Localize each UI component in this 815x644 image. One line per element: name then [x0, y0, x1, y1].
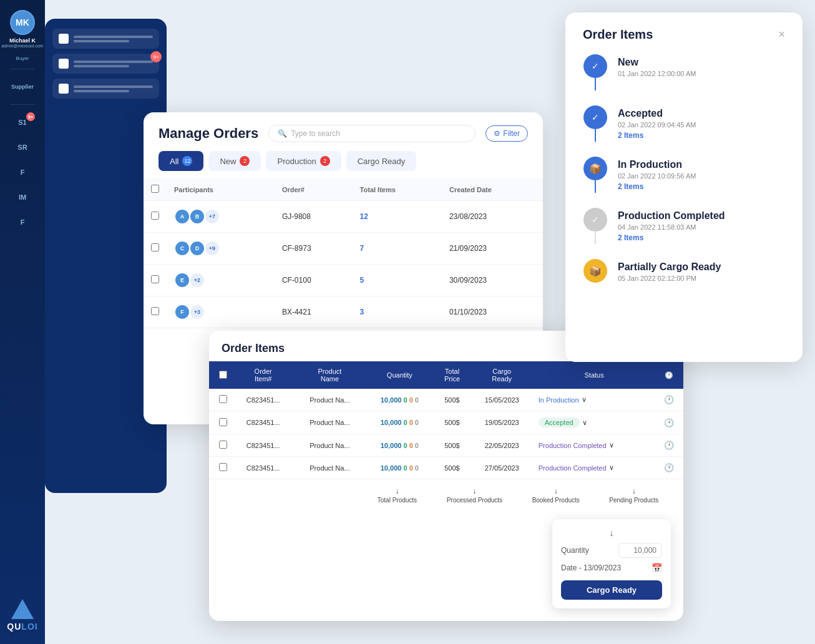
total-items-link[interactable]: 5: [360, 276, 364, 285]
total-items-link[interactable]: 12: [360, 212, 368, 221]
ti-date-accepted: 02 Jan 2022 09:04:45 AM: [618, 121, 785, 129]
ti-items-production-completed[interactable]: 2 Items: [618, 233, 785, 242]
oi-status[interactable]: Accepted ∨: [534, 411, 655, 434]
participant-avatar: F: [174, 304, 190, 320]
oi-table-row[interactable]: C823451... Product Na... 10,000 0 0 0 50…: [209, 434, 683, 457]
oi-table-row[interactable]: C823451... Product Na... 10,000 0 0 0 50…: [209, 457, 683, 479]
ti-items-accepted[interactable]: 2 Items: [618, 131, 785, 140]
clock-icon[interactable]: 🕐: [664, 418, 674, 427]
status-dropdown[interactable]: In Production ∨: [539, 396, 650, 404]
timeline-line: [595, 78, 596, 90]
label-processed-products: ↓ Processed Products: [447, 487, 503, 504]
oi-product-name: Product Na...: [294, 434, 365, 457]
sidebar-item-4[interactable]: IM: [9, 186, 36, 208]
cargo-popup-arrow: ↓: [561, 528, 662, 538]
order-num: GJ-9808: [275, 201, 353, 233]
sidebar-item-5[interactable]: F: [9, 211, 36, 233]
oi-quantity: 10,000 0 0 0: [365, 389, 434, 411]
tab-production[interactable]: Production 2: [266, 151, 341, 171]
row-checkbox[interactable]: [151, 275, 159, 283]
orders-table: Participants Order# Total Items Created …: [144, 178, 543, 328]
timeline-left: ✓: [583, 105, 608, 142]
close-icon[interactable]: ×: [778, 28, 785, 41]
oi-row-checkbox[interactable]: [219, 395, 227, 403]
oi-status[interactable]: Production Completed ∨: [534, 434, 655, 457]
oi-row-checkbox[interactable]: [219, 441, 227, 449]
total-items-link[interactable]: 7: [360, 244, 364, 253]
lpi-checkbox-2[interactable]: [59, 59, 69, 69]
cargo-ready-button[interactable]: Cargo Ready: [561, 580, 662, 600]
sidebar-item-label-f1: F: [21, 168, 25, 176]
sidebar-logo: QULOI: [7, 599, 37, 632]
qty-booked: 0: [409, 464, 413, 472]
sidebar-badge: 9+: [26, 112, 35, 121]
label-pending-products: ↓ Pending Products: [609, 487, 658, 504]
clock-icon[interactable]: 🕐: [664, 441, 674, 450]
timeline-panel: Order Items × ✓ New 01 Jan 2022 12:00:00…: [565, 12, 803, 362]
oi-row-checkbox[interactable]: [219, 418, 227, 426]
status-dropdown[interactable]: Accepted ∨: [539, 417, 650, 427]
status-dropdown[interactable]: Production Completed ∨: [539, 464, 650, 472]
table-row[interactable]: F +3 BX-4421 3 01/10/2023: [144, 296, 543, 328]
oi-table-row[interactable]: C823451... Product Na... 10,000 0 0 0 50…: [209, 411, 683, 434]
tab-new-label: New: [220, 157, 236, 166]
created-date: 30/09/2023: [442, 265, 543, 296]
tab-all[interactable]: All 12: [159, 151, 203, 171]
lpi-checkbox-1[interactable]: [59, 34, 69, 44]
participant-more: +7: [204, 208, 220, 225]
left-panel-item-2[interactable]: 9+: [52, 54, 159, 74]
ti-items-in-production[interactable]: 2 Items: [618, 182, 785, 191]
sidebar-item-2[interactable]: SR: [9, 136, 36, 159]
participants-cell: A B +7: [174, 208, 267, 225]
oi-order-item: C823451...: [232, 434, 294, 457]
oi-row-checkbox[interactable]: [219, 463, 227, 471]
oi-status[interactable]: In Production ∨: [534, 389, 655, 411]
tab-cargo-ready[interactable]: Cargo Ready: [346, 151, 417, 171]
table-row[interactable]: C D +9 CF-8973 7 21/09/2023: [144, 233, 543, 265]
calendar-icon[interactable]: 📅: [652, 563, 662, 573]
lpi-checkbox-3[interactable]: [59, 84, 69, 94]
timeline-line: [595, 129, 596, 142]
qty-booked: 0: [409, 419, 413, 426]
timeline-icon-partially-cargo-ready: 📦: [583, 259, 607, 283]
chevron-down-icon: ∨: [609, 441, 614, 449]
tab-production-label: Production: [277, 157, 316, 166]
table-row[interactable]: E +2 CF-0100 5 30/09/2023: [144, 265, 543, 296]
clock-icon[interactable]: 🕐: [664, 395, 674, 404]
timeline-line: [595, 180, 596, 193]
total-items-link[interactable]: 3: [360, 308, 364, 316]
tab-new[interactable]: New 2: [208, 151, 261, 171]
oi-col-clock: 🕐: [655, 361, 683, 389]
participant-avatar: A: [174, 208, 190, 225]
participants-cell: C D +9: [174, 240, 267, 256]
sidebar-item-1[interactable]: S1 9+: [9, 111, 36, 134]
ti-name-accepted: Accepted: [618, 108, 785, 119]
clock-icon[interactable]: 🕐: [664, 463, 674, 472]
sidebar-item-label-im: IM: [19, 193, 26, 201]
oi-col-status: Status: [534, 361, 655, 389]
oi-table-row[interactable]: C823451... Product Na... 10,000 0 0 0 50…: [209, 389, 683, 411]
filter-button[interactable]: ⚙ Filter: [486, 125, 528, 142]
status-label: In Production: [539, 396, 579, 404]
manage-orders-search[interactable]: 🔍 Type to search: [268, 125, 476, 142]
label-pending-text: Pending Products: [609, 497, 658, 504]
cargo-quantity-label: Quantity: [561, 546, 589, 555]
oi-total-price: 500$: [434, 457, 470, 479]
status-dropdown[interactable]: Production Completed ∨: [539, 441, 650, 449]
row-checkbox[interactable]: [151, 243, 159, 251]
row-checkbox[interactable]: [151, 307, 159, 315]
oi-total-price: 500$: [434, 389, 470, 411]
row-checkbox[interactable]: [151, 212, 159, 220]
timeline-left: ✓: [583, 208, 608, 244]
left-panel-item-1[interactable]: [52, 29, 159, 49]
sidebar-item-3[interactable]: F: [9, 161, 36, 183]
oi-select-all[interactable]: [219, 371, 227, 379]
sidebar-item-supplier[interactable]: Supplier: [9, 76, 36, 98]
oi-status[interactable]: Production Completed ∨: [534, 457, 655, 479]
left-panel-item-3[interactable]: [52, 79, 159, 99]
table-row[interactable]: A B +7 GJ-9808 12 23/08/2023: [144, 201, 543, 233]
oi-cargo-ready: 15/05/2023: [471, 389, 534, 411]
select-all-checkbox[interactable]: [151, 185, 159, 193]
cargo-quantity-input[interactable]: [618, 543, 662, 558]
order-num: BX-4421: [275, 296, 353, 328]
